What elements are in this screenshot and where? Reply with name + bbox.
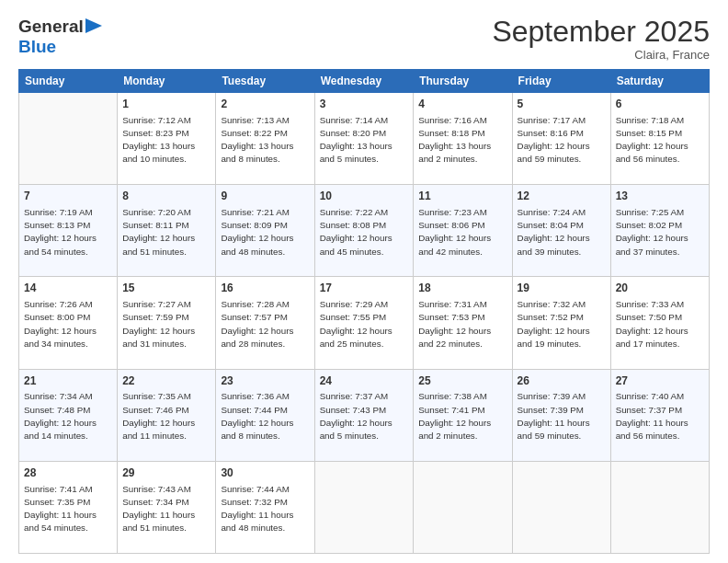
calendar-cell bbox=[512, 461, 610, 553]
day-info: Sunrise: 7:40 AMSunset: 7:37 PMDaylight:… bbox=[616, 390, 704, 442]
day-number: 22 bbox=[122, 373, 210, 389]
day-number: 11 bbox=[418, 189, 506, 204]
day-info: Sunrise: 7:12 AMSunset: 8:23 PMDaylight:… bbox=[122, 114, 210, 167]
day-number: 5 bbox=[518, 97, 606, 112]
day-info: Sunrise: 7:25 AMSunset: 8:02 PMDaylight:… bbox=[616, 206, 704, 259]
day-info: Sunrise: 7:33 AMSunset: 7:50 PMDaylight:… bbox=[616, 298, 704, 350]
day-number: 19 bbox=[518, 281, 606, 296]
day-info: Sunrise: 7:18 AMSunset: 8:15 PMDaylight:… bbox=[616, 114, 704, 167]
calendar-cell: 21Sunrise: 7:34 AMSunset: 7:48 PMDayligh… bbox=[19, 369, 118, 461]
day-info: Sunrise: 7:23 AMSunset: 8:06 PMDaylight:… bbox=[418, 206, 506, 259]
calendar-cell: 2Sunrise: 7:13 AMSunset: 8:22 PMDaylight… bbox=[216, 93, 314, 185]
day-info: Sunrise: 7:38 AMSunset: 7:41 PMDaylight:… bbox=[418, 390, 506, 442]
day-number: 2 bbox=[221, 97, 309, 112]
day-number: 29 bbox=[122, 465, 210, 481]
calendar-cell: 24Sunrise: 7:37 AMSunset: 7:43 PMDayligh… bbox=[314, 369, 414, 461]
calendar-cell: 16Sunrise: 7:28 AMSunset: 7:57 PMDayligh… bbox=[216, 277, 314, 369]
logo-general: General bbox=[18, 17, 84, 37]
day-info: Sunrise: 7:17 AMSunset: 8:16 PMDaylight:… bbox=[518, 114, 606, 167]
day-number: 26 bbox=[518, 373, 606, 389]
calendar-cell: 10Sunrise: 7:22 AMSunset: 8:08 PMDayligh… bbox=[314, 185, 414, 277]
logo-arrow-icon bbox=[85, 18, 102, 33]
day-number: 9 bbox=[221, 189, 309, 204]
calendar-cell: 14Sunrise: 7:26 AMSunset: 8:00 PMDayligh… bbox=[19, 277, 118, 369]
calendar-cell: 28Sunrise: 7:41 AMSunset: 7:35 PMDayligh… bbox=[19, 461, 118, 553]
day-number: 20 bbox=[616, 281, 704, 296]
calendar-cell: 15Sunrise: 7:27 AMSunset: 7:59 PMDayligh… bbox=[118, 277, 216, 369]
calendar-cell: 30Sunrise: 7:44 AMSunset: 7:32 PMDayligh… bbox=[216, 461, 314, 553]
day-info: Sunrise: 7:43 AMSunset: 7:34 PMDaylight:… bbox=[122, 483, 210, 535]
day-number: 18 bbox=[418, 281, 506, 296]
day-info: Sunrise: 7:31 AMSunset: 7:53 PMDaylight:… bbox=[418, 298, 506, 350]
calendar-cell: 29Sunrise: 7:43 AMSunset: 7:34 PMDayligh… bbox=[118, 461, 216, 553]
day-number: 10 bbox=[320, 189, 409, 204]
day-number: 3 bbox=[320, 97, 409, 112]
page-header: General Blue September 2025 Claira, Fran… bbox=[18, 17, 710, 62]
calendar-cell: 17Sunrise: 7:29 AMSunset: 7:55 PMDayligh… bbox=[314, 277, 414, 369]
day-number: 6 bbox=[616, 97, 704, 112]
calendar-week-1: 1Sunrise: 7:12 AMSunset: 8:23 PMDaylight… bbox=[19, 93, 710, 185]
day-info: Sunrise: 7:13 AMSunset: 8:22 PMDaylight:… bbox=[221, 114, 309, 167]
calendar-cell: 12Sunrise: 7:24 AMSunset: 8:04 PMDayligh… bbox=[512, 185, 610, 277]
calendar-cell bbox=[314, 461, 414, 553]
day-info: Sunrise: 7:37 AMSunset: 7:43 PMDaylight:… bbox=[320, 390, 409, 442]
day-info: Sunrise: 7:22 AMSunset: 8:08 PMDaylight:… bbox=[320, 206, 409, 259]
header-day-thursday: Thursday bbox=[414, 70, 512, 93]
day-info: Sunrise: 7:16 AMSunset: 8:18 PMDaylight:… bbox=[418, 114, 506, 167]
calendar-cell: 1Sunrise: 7:12 AMSunset: 8:23 PMDaylight… bbox=[118, 93, 216, 185]
calendar-cell: 18Sunrise: 7:31 AMSunset: 7:53 PMDayligh… bbox=[414, 277, 512, 369]
location: Claira, France bbox=[492, 48, 710, 62]
day-number: 21 bbox=[24, 373, 112, 389]
header-day-saturday: Saturday bbox=[610, 70, 709, 93]
calendar-cell bbox=[414, 461, 512, 553]
day-number: 24 bbox=[320, 373, 409, 389]
calendar-week-3: 14Sunrise: 7:26 AMSunset: 8:00 PMDayligh… bbox=[19, 277, 710, 369]
header-day-sunday: Sunday bbox=[19, 70, 118, 93]
day-info: Sunrise: 7:29 AMSunset: 7:55 PMDaylight:… bbox=[320, 298, 409, 350]
day-info: Sunrise: 7:36 AMSunset: 7:44 PMDaylight:… bbox=[221, 390, 309, 442]
day-number: 23 bbox=[221, 373, 309, 389]
calendar-cell: 22Sunrise: 7:35 AMSunset: 7:46 PMDayligh… bbox=[118, 369, 216, 461]
calendar-cell: 4Sunrise: 7:16 AMSunset: 8:18 PMDaylight… bbox=[414, 93, 512, 185]
day-info: Sunrise: 7:32 AMSunset: 7:52 PMDaylight:… bbox=[518, 298, 606, 350]
calendar-cell: 9Sunrise: 7:21 AMSunset: 8:09 PMDaylight… bbox=[216, 185, 314, 277]
day-number: 14 bbox=[24, 281, 112, 296]
calendar-cell: 20Sunrise: 7:33 AMSunset: 7:50 PMDayligh… bbox=[610, 277, 709, 369]
calendar-cell bbox=[19, 93, 118, 185]
day-number: 30 bbox=[221, 465, 309, 481]
day-number: 27 bbox=[616, 373, 704, 389]
month-title: September 2025 bbox=[492, 17, 710, 46]
calendar-cell: 19Sunrise: 7:32 AMSunset: 7:52 PMDayligh… bbox=[512, 277, 610, 369]
day-info: Sunrise: 7:21 AMSunset: 8:09 PMDaylight:… bbox=[221, 206, 309, 259]
title-area: September 2025 Claira, France bbox=[492, 17, 710, 62]
day-number: 13 bbox=[616, 189, 704, 204]
calendar-week-4: 21Sunrise: 7:34 AMSunset: 7:48 PMDayligh… bbox=[19, 369, 710, 461]
calendar-cell: 13Sunrise: 7:25 AMSunset: 8:02 PMDayligh… bbox=[610, 185, 709, 277]
day-number: 28 bbox=[24, 465, 112, 481]
calendar-header-row: SundayMondayTuesdayWednesdayThursdayFrid… bbox=[19, 70, 710, 93]
header-day-wednesday: Wednesday bbox=[314, 70, 414, 93]
day-info: Sunrise: 7:34 AMSunset: 7:48 PMDaylight:… bbox=[24, 390, 112, 442]
calendar-cell: 6Sunrise: 7:18 AMSunset: 8:15 PMDaylight… bbox=[610, 93, 709, 185]
calendar-cell: 11Sunrise: 7:23 AMSunset: 8:06 PMDayligh… bbox=[414, 185, 512, 277]
day-number: 7 bbox=[24, 189, 112, 204]
day-info: Sunrise: 7:41 AMSunset: 7:35 PMDaylight:… bbox=[24, 483, 112, 535]
day-info: Sunrise: 7:20 AMSunset: 8:11 PMDaylight:… bbox=[122, 206, 210, 259]
day-info: Sunrise: 7:39 AMSunset: 7:39 PMDaylight:… bbox=[518, 390, 606, 442]
calendar-cell bbox=[610, 461, 709, 553]
calendar-week-5: 28Sunrise: 7:41 AMSunset: 7:35 PMDayligh… bbox=[19, 461, 710, 553]
day-number: 15 bbox=[122, 281, 210, 296]
day-number: 12 bbox=[518, 189, 606, 204]
svg-marker-0 bbox=[85, 18, 102, 33]
day-number: 17 bbox=[320, 281, 409, 296]
day-number: 1 bbox=[122, 97, 210, 112]
header-day-friday: Friday bbox=[512, 70, 610, 93]
calendar-cell: 26Sunrise: 7:39 AMSunset: 7:39 PMDayligh… bbox=[512, 369, 610, 461]
calendar-cell: 3Sunrise: 7:14 AMSunset: 8:20 PMDaylight… bbox=[314, 93, 414, 185]
day-info: Sunrise: 7:35 AMSunset: 7:46 PMDaylight:… bbox=[122, 390, 210, 442]
day-info: Sunrise: 7:44 AMSunset: 7:32 PMDaylight:… bbox=[221, 483, 309, 535]
day-number: 16 bbox=[221, 281, 309, 296]
header-day-tuesday: Tuesday bbox=[216, 70, 314, 93]
calendar-table: SundayMondayTuesdayWednesdayThursdayFrid… bbox=[18, 69, 710, 554]
day-info: Sunrise: 7:14 AMSunset: 8:20 PMDaylight:… bbox=[320, 114, 409, 167]
